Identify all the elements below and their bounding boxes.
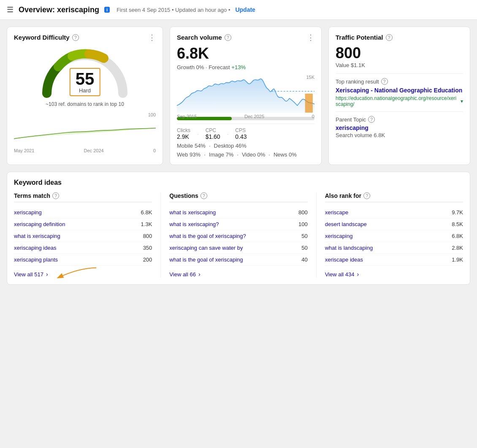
ki-questions-view-all-label: View all 66: [169, 271, 196, 278]
kd-trend-svg: [14, 112, 156, 146]
cards-row: Keyword Difficulty ? ⋮ 55 Hard: [0, 20, 477, 172]
sv-clicks-value: 2.9K: [177, 133, 190, 140]
sv-chart-label-right: Dec 2025: [244, 114, 264, 119]
sv-cpc-value: $1.60: [206, 133, 220, 140]
ki-ar-keyword-4[interactable]: xeriscape ideas: [325, 256, 363, 263]
ki-terms-help-icon[interactable]: ?: [52, 192, 59, 199]
tp-ranking-help-icon[interactable]: ?: [381, 78, 388, 85]
sv-sparkline-svg: [177, 75, 314, 113]
ki-q-keyword-2[interactable]: what is the goal of xeriscaping?: [169, 233, 246, 239]
sv-web: Web 93%: [177, 151, 201, 158]
gauge-container: 55 Hard: [14, 45, 156, 100]
ki-q-keyword-3[interactable]: xeriscaping can save water by: [169, 245, 243, 251]
menu-icon[interactable]: ☰: [7, 5, 14, 14]
sv-cps-group: CPS 0.43: [235, 127, 247, 140]
ki-ar-row-2: xeriscaping 6.8K: [325, 230, 463, 242]
header-meta: First seen 4 Sep 2015 • Updated an hour …: [117, 7, 230, 13]
ki-terms-row-0: xeriscaping 6.8K: [14, 207, 152, 219]
ki-questions-view-all[interactable]: View all 66 ›: [169, 271, 307, 278]
sv-clicks-group: Clicks 2.9K: [177, 127, 190, 140]
ki-also-rank-help-icon[interactable]: ?: [363, 192, 370, 199]
gauge-label: Hard: [76, 87, 95, 94]
ki-terms-keyword-2[interactable]: what is xeriscaping: [14, 233, 60, 239]
ki-ar-keyword-1[interactable]: desert landscape: [325, 221, 367, 227]
ki-ar-row-0: xeriscape 9.7K: [325, 207, 463, 219]
sv-news: News 0%: [274, 151, 297, 158]
keyword-ideas-title: Keyword ideas: [14, 179, 463, 186]
search-volume-card: Search volume ? ⋮ 6.8K Growth 0% · Forec…: [170, 27, 322, 165]
ki-terms-match-label: Terms match: [14, 192, 50, 199]
kd-card-header: Keyword Difficulty ? ⋮: [14, 34, 156, 41]
ki-q-row-2: what is the goal of xeriscaping? 50: [169, 230, 307, 242]
sv-chart-top: 15K: [306, 75, 314, 80]
ki-terms-match-header: Terms match ?: [14, 192, 152, 202]
ki-ar-volume-3: 2.8K: [452, 245, 463, 251]
sv-device-row: Mobile 54% · Desktop 46%: [177, 143, 314, 149]
ki-questions-col: Questions ? what is xeriscaping 800 what…: [169, 192, 316, 278]
tp-parent-search-vol: Search volume 6.8K: [336, 132, 463, 138]
ki-terms-volume-0: 6.8K: [141, 209, 152, 216]
sv-stats: Clicks 2.9K · CPC $1.60 · CPS 0.43: [177, 124, 314, 140]
ki-ar-row-4: xeriscape ideas 1.9K: [325, 254, 463, 266]
info-badge[interactable]: i: [104, 7, 110, 13]
ki-q-keyword-0[interactable]: what is xeriscaping: [169, 209, 216, 216]
ki-terms-keyword-4[interactable]: xeriscaping plants: [14, 256, 58, 263]
sv-card-title: Search volume ?: [177, 34, 231, 41]
sv-card-header: Search volume ? ⋮: [177, 34, 314, 41]
tp-top-ranking-label: Top ranking result ?: [336, 78, 463, 85]
sv-sparkline-container: 15K Sep 2015 Dec 2025 0: [177, 75, 314, 113]
sv-image: Image 7%: [209, 151, 234, 158]
kd-title-text: Keyword Difficulty: [14, 34, 70, 41]
ki-ar-volume-4: 1.9K: [452, 256, 463, 263]
kd-card-title: Keyword Difficulty ?: [14, 34, 79, 41]
ki-q-keyword-1[interactable]: what is xeriscaping?: [169, 221, 219, 227]
sv-dots-menu[interactable]: ⋮: [307, 34, 314, 41]
kd-dots-menu[interactable]: ⋮: [148, 34, 156, 41]
kd-chart-label-left: May 2021: [14, 148, 34, 153]
tp-ranking-url[interactable]: https://education.nationalgeographic.org…: [336, 95, 463, 107]
gauge-score-box: 55 Hard: [70, 68, 100, 96]
tp-help-icon[interactable]: ?: [386, 34, 393, 41]
tp-title-text: Traffic Potential: [336, 34, 383, 41]
sv-chart-bottom: 0: [312, 114, 314, 119]
sv-chart-label-left: Sep 2015: [177, 114, 197, 119]
tp-parent-topic-label: Parent Topic ?: [336, 116, 463, 123]
ki-also-rank-view-all[interactable]: View all 434 ›: [325, 271, 463, 278]
arrow-annotation-svg: [46, 266, 100, 283]
sv-cps-label: CPS: [235, 127, 247, 133]
ki-q-row-4: what is the goal of xeriscaping 40: [169, 254, 307, 266]
ki-terms-keyword-0[interactable]: xeriscaping: [14, 209, 42, 216]
header: ☰ Overview: xeriscaping i First seen 4 S…: [0, 0, 477, 20]
ki-questions-help-icon[interactable]: ?: [201, 192, 207, 199]
tp-parent-topic-link[interactable]: xeriscaping: [336, 124, 463, 131]
sv-help-icon[interactable]: ?: [225, 34, 231, 41]
sv-cpc-label: CPC: [206, 127, 220, 133]
kd-chart-labels: May 2021 Dec 2024 0: [14, 148, 156, 153]
gauge-subtext: ~103 ref. domains to rank in top 10: [14, 101, 156, 107]
gauge-score: 55: [76, 70, 95, 87]
ki-terms-row-3: xeriscaping ideas 350: [14, 242, 152, 254]
update-link[interactable]: Update: [235, 6, 255, 13]
ki-ar-keyword-0[interactable]: xeriscape: [325, 209, 349, 216]
ki-ar-keyword-2[interactable]: xeriscaping: [325, 233, 353, 239]
ki-questions-header: Questions ?: [169, 192, 307, 202]
ki-ar-row-3: what is landscaping 2.8K: [325, 242, 463, 254]
ki-terms-volume-4: 200: [143, 256, 152, 263]
ki-q-keyword-4[interactable]: what is the goal of xeriscaping: [169, 256, 243, 263]
tp-parent-help-icon[interactable]: ?: [368, 116, 375, 123]
kd-help-icon[interactable]: ?: [72, 34, 79, 41]
ki-questions-label: Questions: [169, 192, 198, 199]
ki-terms-keyword-3[interactable]: xeriscaping ideas: [14, 245, 56, 251]
tp-card-title: Traffic Potential ?: [336, 34, 393, 41]
sv-title-text: Search volume: [177, 34, 222, 41]
ki-terms-keyword-1[interactable]: xeriscaping definition: [14, 221, 65, 227]
ki-q-row-1: what is xeriscaping? 100: [169, 219, 307, 230]
sv-cpc-group: CPC $1.60: [206, 127, 220, 140]
ki-q-volume-2: 50: [301, 233, 307, 239]
ki-q-row-0: what is xeriscaping 800: [169, 207, 307, 219]
sv-cps-value: 0.43: [235, 133, 247, 140]
tp-ranking-title[interactable]: Xeriscaping - National Geographic Educat…: [336, 86, 463, 94]
ki-q-volume-4: 40: [301, 256, 307, 263]
ki-ar-keyword-3[interactable]: what is landscaping: [325, 245, 373, 251]
ki-terms-view-all-container: View all 517 ›: [14, 271, 152, 278]
